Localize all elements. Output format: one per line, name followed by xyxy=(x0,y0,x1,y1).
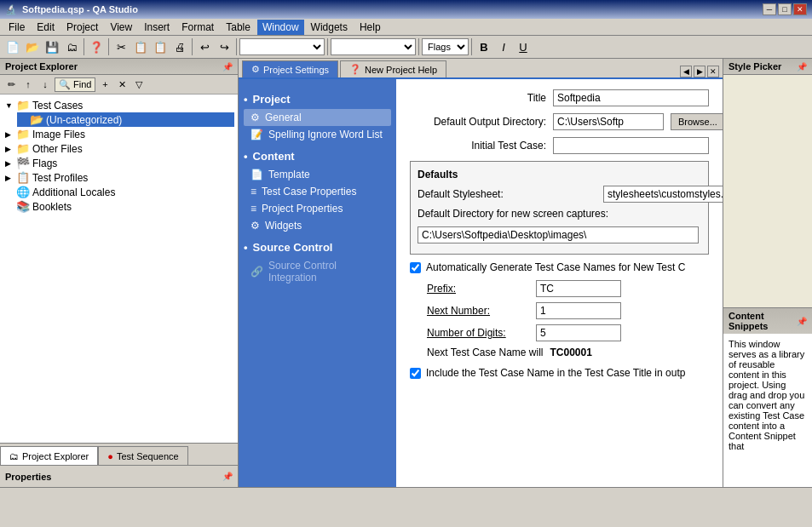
cut-icon[interactable]: ✂ xyxy=(112,37,130,56)
find-button[interactable]: 🔍 Find xyxy=(55,77,95,92)
digits-label: Number of Digits: xyxy=(427,327,529,339)
include-name-checkbox[interactable] xyxy=(410,368,421,379)
nav-item-spelling[interactable]: 📝 Spelling Ignore Word List xyxy=(244,126,391,143)
nav-item-template[interactable]: 📄 Template xyxy=(244,166,391,183)
tree-item-other-files[interactable]: ▶ 📁 Other Files xyxy=(3,141,234,156)
tab-prev-btn[interactable]: ◀ xyxy=(680,66,692,77)
screen-capture-path-input[interactable] xyxy=(418,226,699,243)
menu-help[interactable]: Help xyxy=(354,20,386,35)
browse-button[interactable]: Browse... xyxy=(671,113,723,130)
nav-item-general[interactable]: ⚙ General xyxy=(244,109,391,126)
nav-item-test-case-props[interactable]: ≡ Test Case Properties xyxy=(244,183,391,200)
initial-tc-input[interactable] xyxy=(553,137,709,154)
nav-label: Source Control Integration xyxy=(268,260,384,284)
test-sequence-tab-label: Test Sequence xyxy=(117,451,179,461)
menu-project[interactable]: Project xyxy=(61,20,103,35)
doc-tab-new-project-help[interactable]: ❓ New Project Help xyxy=(340,60,446,77)
auto-generate-checkbox[interactable] xyxy=(410,262,421,273)
menu-view[interactable]: View xyxy=(105,20,137,35)
tree-item-booklets[interactable]: 📚 Booklets xyxy=(3,199,234,214)
add-item-btn[interactable]: + xyxy=(97,77,112,92)
tab-project-explorer[interactable]: 🗂 Project Explorer xyxy=(0,446,98,465)
tree-label: Additional Locales xyxy=(32,186,115,198)
title-input[interactable] xyxy=(553,89,709,106)
nav-item-widgets[interactable]: ⚙ Widgets xyxy=(244,217,391,234)
copy-icon[interactable]: 📋 xyxy=(131,37,150,56)
prefix-row: Prefix: xyxy=(427,280,709,297)
title-field-row: Title xyxy=(410,89,709,106)
menu-widgets[interactable]: Widgets xyxy=(306,20,353,35)
tree-item-test-profiles[interactable]: ▶ 📋 Test Profiles xyxy=(3,170,234,185)
menu-window[interactable]: Window xyxy=(257,20,304,35)
close-button[interactable]: ✕ xyxy=(793,3,807,15)
digits-input[interactable] xyxy=(536,324,621,341)
snippets-pin-icon[interactable]: 📌 xyxy=(797,317,807,326)
menu-table[interactable]: Table xyxy=(221,20,256,35)
menu-format[interactable]: Format xyxy=(176,20,219,35)
remove-item-btn[interactable]: ✕ xyxy=(114,77,130,92)
next-name-value: TC00001 xyxy=(550,347,592,358)
new-file-icon[interactable]: 📄 xyxy=(3,37,22,56)
next-number-input[interactable] xyxy=(536,302,621,319)
settings-nav: • Project ⚙ General 📝 Spelling Ignore Wo… xyxy=(239,79,396,487)
tab-close-btn[interactable]: ✕ xyxy=(707,66,719,77)
tree-label: Other Files xyxy=(32,143,83,155)
project-tree[interactable]: ▼ 📁 Test Cases 📂 (Un-categorized) ▶ 📁 Im… xyxy=(0,95,238,443)
move-up-btn[interactable]: ↑ xyxy=(20,77,36,92)
auto-generate-label: Automatically Generate Test Case Names f… xyxy=(426,261,685,273)
bold-icon[interactable]: B xyxy=(475,37,493,56)
section-label: Project xyxy=(253,93,291,106)
italic-icon[interactable]: I xyxy=(494,37,513,56)
menu-file[interactable]: File xyxy=(3,20,30,35)
explorer-pin-icon[interactable]: 📌 xyxy=(222,62,233,72)
move-down-btn[interactable]: ↓ xyxy=(37,77,53,92)
section-dot: • xyxy=(244,93,248,106)
tree-item-test-cases[interactable]: ▼ 📁 Test Cases xyxy=(3,98,234,112)
menu-insert[interactable]: Insert xyxy=(139,20,175,35)
properties-pin-icon[interactable]: 📌 xyxy=(222,472,233,481)
tree-item-uncategorized[interactable]: 📂 (Un-categorized) xyxy=(17,112,234,127)
menu-edit[interactable]: Edit xyxy=(32,20,60,35)
prefix-input[interactable] xyxy=(536,280,621,297)
flags-dropdown[interactable]: Flags ▾ xyxy=(422,38,469,55)
project-explorer-panel: Project Explorer 📌 ✏ ↑ ↓ 🔍 Find + ✕ ▽ ▼ … xyxy=(0,59,239,487)
tree-arrow: ▶ xyxy=(5,174,14,182)
tab-next-btn[interactable]: ▶ xyxy=(694,66,705,77)
print-icon[interactable]: 🖨 xyxy=(170,37,189,56)
tree-label: (Un-categorized) xyxy=(46,114,122,126)
font-dropdown[interactable] xyxy=(331,38,416,55)
project-explorer-tab-icon: 🗂 xyxy=(9,451,19,461)
screen-capture-label: Default Directory for new screen capture… xyxy=(418,208,701,220)
save-icon[interactable]: 💾 xyxy=(43,37,61,56)
tree-item-flags[interactable]: ▶ 🏁 Flags xyxy=(3,156,234,170)
minimize-button[interactable]: ─ xyxy=(763,3,776,15)
filter-btn[interactable]: ▽ xyxy=(131,77,147,92)
open-icon[interactable]: 📂 xyxy=(23,37,42,56)
doc-tab-project-settings[interactable]: ⚙ Project Settings xyxy=(242,60,338,77)
stylesheet-input[interactable] xyxy=(603,186,723,203)
find-label: Find xyxy=(73,79,91,89)
output-dir-input[interactable] xyxy=(553,113,664,130)
tab-test-sequence[interactable]: ● Test Sequence xyxy=(98,446,187,465)
stylesheet-label: Default Stylesheet: xyxy=(418,188,596,200)
toolbar-container: 📄 📂 💾 🗂 ❓ ✂ 📋 📋 🖨 ↩ ↪ Flags ▾ B I U xyxy=(0,36,812,59)
style-picker-pin-icon[interactable]: 📌 xyxy=(797,62,807,72)
save-all-icon[interactable]: 🗂 xyxy=(62,37,81,56)
help-tab-icon: ❓ xyxy=(349,64,361,75)
section-dot: • xyxy=(244,241,248,254)
title-label: Title xyxy=(410,92,546,104)
content-area: • Project ⚙ General 📝 Spelling Ignore Wo… xyxy=(239,79,723,487)
tree-item-image-files[interactable]: ▶ 📁 Image Files xyxy=(3,127,234,141)
style-dropdown[interactable] xyxy=(239,38,325,55)
defaults-box: Defaults Default Stylesheet: Default Dir… xyxy=(410,161,709,255)
edit-tool-btn[interactable]: ✏ xyxy=(3,77,19,92)
tree-item-locales[interactable]: 🌐 Additional Locales xyxy=(3,185,234,199)
main-layout: Project Explorer 📌 ✏ ↑ ↓ 🔍 Find + ✕ ▽ ▼ … xyxy=(0,59,812,487)
undo-icon[interactable]: ↩ xyxy=(195,37,214,56)
help-icon[interactable]: ❓ xyxy=(87,37,106,56)
paste-icon[interactable]: 📋 xyxy=(151,37,170,56)
nav-item-project-props[interactable]: ≡ Project Properties xyxy=(244,200,391,217)
underline-icon[interactable]: U xyxy=(514,37,533,56)
maximize-button[interactable]: □ xyxy=(778,3,792,15)
redo-icon[interactable]: ↪ xyxy=(215,37,233,56)
